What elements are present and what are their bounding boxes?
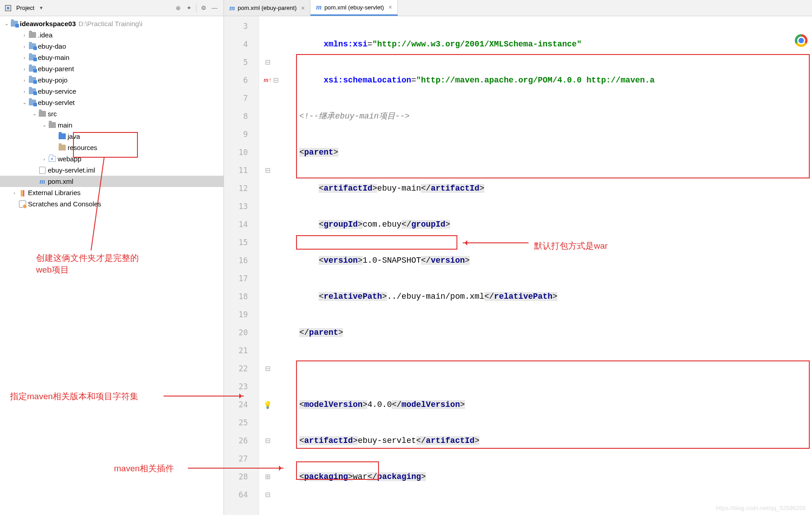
gutter-line-number[interactable]: 11	[224, 161, 259, 179]
root-path: D:\Practical Training\i	[78, 20, 142, 27]
code-editor[interactable]: xmlns:xsi="http://www.w3.org/2001/XMLSch…	[276, 16, 812, 515]
tree-item[interactable]: ⌄src	[0, 108, 224, 119]
gutter-line-number[interactable]: 13	[224, 197, 259, 215]
hide-icon[interactable]: —	[209, 3, 220, 14]
tree-item[interactable]: ›ebuy-pojo	[0, 74, 224, 86]
gutter-line-number[interactable]: 21	[224, 342, 259, 360]
folder-icon	[38, 109, 47, 118]
gutter-line-number[interactable]: 24	[224, 396, 259, 414]
root-label: ideaworkspace03	[20, 20, 76, 27]
tree-item[interactable]: ›External Libraries	[0, 187, 224, 198]
tree-item[interactable]: ›ebuy-service	[0, 86, 224, 97]
chevron-down-icon[interactable]: ⌄	[31, 111, 38, 117]
tree-item[interactable]: ›ebuy-main	[0, 52, 224, 63]
tree-item[interactable]: ›.idea	[0, 29, 224, 41]
fold-icon[interactable]: ⊟	[259, 360, 276, 378]
tree-item-label: ebuy-pojo	[38, 76, 68, 84]
chevron-right-icon[interactable]: ›	[11, 190, 18, 196]
tree-item-label: ebuy-parent	[38, 65, 74, 73]
module-folder-icon	[28, 42, 37, 51]
gutter-line-number[interactable]: 6	[224, 71, 259, 89]
tab-pom-servlet[interactable]: m pom.xml (ebuy-servlet) ×	[310, 0, 398, 16]
tree-item[interactable]: ⌄main	[0, 119, 224, 131]
gutter-line-number[interactable]: 4	[224, 35, 259, 53]
fold-icon[interactable]: ⊟	[259, 486, 276, 504]
gutter-line-number[interactable]: 14	[224, 215, 259, 233]
editor-tabs: m pom.xml (ebuy-parent) × m pom.xml (ebu…	[224, 0, 812, 16]
gutter-line-number[interactable]: 17	[224, 269, 259, 287]
gutter-line-number[interactable]: 18	[224, 287, 259, 305]
fold-icon[interactable]: ⊟	[259, 53, 276, 71]
editor-body: 3456789101112131415161718192021222324252…	[224, 16, 812, 515]
bulb-icon[interactable]: 💡	[259, 396, 276, 414]
gutter-line-number[interactable]: 3	[224, 17, 259, 35]
gutter-line-number[interactable]: 27	[224, 450, 259, 468]
chevron-right-icon[interactable]: ›	[21, 32, 28, 38]
annotation-text: 创建这俩文件夹才是完整的 web项目	[36, 252, 139, 276]
editor-area: m pom.xml (ebuy-parent) × m pom.xml (ebu…	[224, 0, 812, 515]
webapp-folder-icon	[48, 155, 57, 164]
chevron-right-icon[interactable]: ›	[21, 89, 28, 94]
tree-item[interactable]: mpom.xml	[0, 176, 224, 187]
gutter-line-number[interactable]: 28	[224, 468, 259, 486]
gutter-line-number[interactable]: 64	[224, 486, 259, 504]
project-dropdown[interactable]: Project	[16, 5, 34, 11]
tree-item[interactable]: Scratches and Consoles	[0, 198, 224, 210]
tree-item[interactable]: ›ebuy-parent	[0, 63, 224, 74]
fold-icon[interactable]: ⊞	[259, 468, 276, 486]
tree-item[interactable]: ebuy-servlet.iml	[0, 164, 224, 176]
gutter-line-number[interactable]: 5	[224, 53, 259, 71]
tree-item[interactable]: resources	[0, 142, 224, 153]
gutter-line-number[interactable]: 15	[224, 233, 259, 251]
resources-folder-icon	[58, 143, 67, 152]
locate-icon[interactable]: ⊕	[173, 3, 183, 14]
fold-icon[interactable]: ⊟	[259, 432, 276, 450]
project-panel: Project ▼ ⊕ ✦ ⚙ — ⌄ ideaworkspace03 D:\P…	[0, 0, 224, 515]
module-folder-icon	[28, 87, 37, 96]
file-icon	[38, 166, 47, 175]
tree-item-label: ebuy-servlet	[38, 99, 75, 106]
gutter-line-number[interactable]: 9	[224, 125, 259, 143]
close-icon[interactable]: ×	[388, 4, 392, 11]
tree-item[interactable]: ⌄ebuy-servlet	[0, 97, 224, 108]
watermark: https://blog.csdn.net/qq_52596258	[716, 505, 806, 511]
tree-root[interactable]: ⌄ ideaworkspace03 D:\Practical Training\…	[0, 18, 224, 29]
chevron-down-icon[interactable]: ⌄	[3, 21, 10, 27]
tree-item[interactable]: ›ebuy-dao	[0, 41, 224, 52]
chevron-down-icon[interactable]: ⌄	[21, 100, 28, 105]
gutter-line-number[interactable]: 26	[224, 432, 259, 450]
expand-icon[interactable]: ✦	[183, 3, 194, 14]
module-folder-icon	[10, 19, 19, 28]
maven-icon: m	[229, 4, 235, 12]
chevron-right-icon[interactable]: ›	[21, 77, 28, 83]
close-icon[interactable]: ×	[301, 5, 305, 12]
gutter-line-number[interactable]: 8	[224, 107, 259, 125]
tree-item-label: Scratches and Consoles	[28, 200, 101, 208]
fold-icon[interactable]: ⊟	[259, 161, 276, 179]
tree-item[interactable]: java	[0, 131, 224, 142]
project-tree[interactable]: ⌄ ideaworkspace03 D:\Practical Training\…	[0, 16, 224, 515]
tree-item-label: webapp	[58, 155, 82, 163]
tab-pom-parent[interactable]: m pom.xml (ebuy-parent) ×	[224, 0, 310, 16]
tab-label: pom.xml (ebuy-servlet)	[324, 4, 384, 11]
gutter-line-number[interactable]: 25	[224, 414, 259, 432]
chevron-right-icon[interactable]: ›	[21, 66, 28, 72]
gutter-line-number[interactable]: 19	[224, 305, 259, 324]
tree-item[interactable]: ›webapp	[0, 153, 224, 164]
folder-icon	[48, 121, 57, 130]
gutter-line-number[interactable]: 20	[224, 324, 259, 342]
gutter-line-number[interactable]: 16	[224, 251, 259, 269]
settings-icon[interactable]: ⚙	[198, 3, 209, 14]
gutter-line-number[interactable]: 12	[224, 179, 259, 197]
gutter-line-number[interactable]: 22	[224, 360, 259, 378]
chevron-down-icon[interactable]: ⌄	[41, 122, 48, 128]
chrome-icon[interactable]	[795, 34, 807, 47]
tree-item-label: ebuy-servlet.iml	[48, 166, 95, 174]
gutter-line-number[interactable]: 7	[224, 89, 259, 107]
gutter-line-number[interactable]: 10	[224, 143, 259, 161]
source-folder-icon	[58, 132, 67, 141]
chevron-right-icon[interactable]: ›	[21, 55, 28, 60]
chevron-right-icon[interactable]: ›	[21, 44, 28, 49]
gutter-line-number[interactable]: 23	[224, 378, 259, 396]
chevron-right-icon[interactable]: ›	[41, 156, 48, 162]
